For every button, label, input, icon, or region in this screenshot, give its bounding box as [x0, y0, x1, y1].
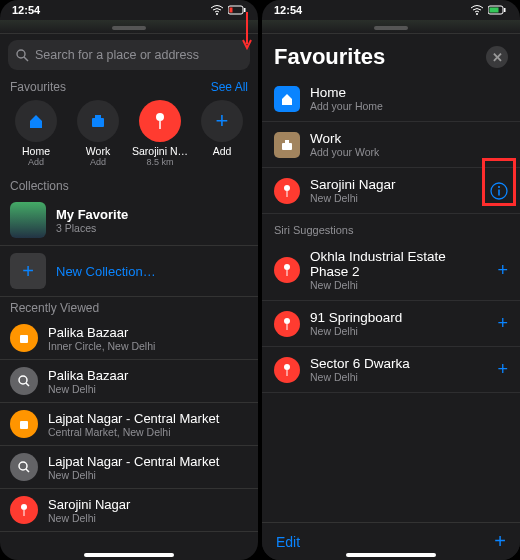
- svg-point-14: [19, 462, 27, 470]
- recent-item[interactable]: Lajpat Nagar - Central MarketCentral Mar…: [0, 403, 258, 446]
- favourite-home-row[interactable]: HomeAdd your Home: [262, 76, 520, 122]
- fav-home[interactable]: Home Add: [6, 100, 66, 167]
- search-placeholder: Search for a place or address: [35, 48, 199, 62]
- siri-suggestion-row[interactable]: 91 SpringboardNew Delhi +: [262, 301, 520, 347]
- status-right: [470, 5, 508, 15]
- svg-rect-22: [282, 143, 292, 150]
- home-indicator: [346, 553, 436, 557]
- svg-point-18: [476, 13, 478, 15]
- clock: 12:54: [274, 4, 302, 16]
- svg-point-31: [284, 318, 290, 324]
- recent-item[interactable]: Palika BazaarNew Delhi: [0, 360, 258, 403]
- status-bar: 12:54: [262, 0, 520, 20]
- pin-icon: [274, 311, 300, 337]
- add-favourite-button[interactable]: +: [494, 530, 506, 553]
- siri-suggestions-heading: Siri Suggestions: [262, 214, 520, 240]
- pin-icon: [155, 112, 165, 130]
- svg-rect-7: [95, 115, 101, 118]
- status-bar: 12:54: [0, 0, 258, 20]
- svg-line-12: [26, 383, 29, 386]
- favourites-panel-screen: 12:54 Favourites ✕ HomeAdd your Home Wor…: [262, 0, 520, 560]
- recent-item[interactable]: Palika BazaarInner Circle, New Delhi: [0, 317, 258, 360]
- svg-point-11: [19, 376, 27, 384]
- add-suggestion-button[interactable]: +: [497, 359, 508, 380]
- svg-point-24: [284, 185, 290, 191]
- siri-suggestion-row[interactable]: Sector 6 DwarkaNew Delhi +: [262, 347, 520, 393]
- recent-item[interactable]: Lajpat Nagar - Central MarketNew Delhi: [0, 446, 258, 489]
- svg-line-15: [26, 469, 29, 472]
- annotation-highlight: [482, 158, 516, 206]
- magnifier-icon: [16, 49, 29, 62]
- search-input[interactable]: Search for a place or address: [8, 40, 250, 70]
- edit-button[interactable]: Edit: [276, 534, 300, 550]
- svg-point-0: [216, 13, 218, 15]
- svg-line-5: [24, 57, 28, 61]
- home-indicator: [84, 553, 174, 557]
- svg-rect-20: [490, 8, 499, 13]
- collection-my-favorite[interactable]: My Favorite3 Places: [0, 195, 258, 246]
- svg-point-16: [21, 504, 27, 510]
- recent-item[interactable]: Sarojini NagarNew Delhi: [0, 489, 258, 532]
- add-suggestion-button[interactable]: +: [497, 313, 508, 334]
- collections-heading: Collections: [10, 179, 69, 193]
- maps-home-screen: 12:54 Search for a place or address Favo…: [0, 0, 258, 560]
- briefcase-icon: [89, 112, 107, 130]
- pin-icon: [274, 257, 300, 283]
- wifi-icon: [210, 5, 224, 15]
- see-all-link[interactable]: See All: [211, 80, 248, 94]
- map-peek: [262, 20, 520, 34]
- home-icon: [274, 86, 300, 112]
- home-icon: [27, 112, 45, 130]
- shopping-icon: [10, 324, 38, 352]
- svg-point-4: [17, 50, 25, 58]
- pin-icon: [274, 178, 300, 204]
- svg-point-33: [284, 364, 290, 370]
- plus-tile: +: [10, 253, 46, 289]
- clock: 12:54: [12, 4, 40, 16]
- favourites-heading: Favourites: [10, 80, 66, 94]
- pin-icon: [10, 496, 38, 524]
- wifi-icon: [470, 5, 484, 15]
- plus-icon: +: [216, 108, 229, 134]
- close-button[interactable]: ✕: [486, 46, 508, 68]
- siri-suggestion-row[interactable]: Okhla Industrial Estate Phase 2New Delhi…: [262, 240, 520, 301]
- recently-viewed-heading: Recently Viewed: [10, 301, 99, 315]
- svg-rect-10: [20, 335, 28, 343]
- svg-rect-6: [92, 118, 104, 127]
- pin-icon: [274, 357, 300, 383]
- svg-rect-2: [230, 8, 233, 13]
- status-right: [210, 5, 246, 15]
- svg-rect-21: [504, 8, 506, 12]
- svg-point-8: [156, 113, 164, 121]
- svg-rect-13: [20, 421, 28, 429]
- battery-charging-icon: [488, 5, 508, 15]
- svg-rect-23: [285, 140, 289, 143]
- new-collection-button[interactable]: + New Collection…: [0, 246, 258, 297]
- fav-sarojini[interactable]: Sarojini N… 8.5 km: [130, 100, 190, 167]
- search-result-icon: [10, 367, 38, 395]
- add-suggestion-button[interactable]: +: [497, 260, 508, 281]
- annotation-arrow: [242, 12, 252, 52]
- shopping-icon: [10, 410, 38, 438]
- search-result-icon: [10, 453, 38, 481]
- map-peek: [0, 20, 258, 34]
- favourites-shortcut-row: Home Add Work Add Sarojini N… 8.5 km + A…: [0, 96, 258, 175]
- fav-add[interactable]: + Add: [192, 100, 252, 167]
- collection-thumb: [10, 202, 46, 238]
- fav-work[interactable]: Work Add: [68, 100, 128, 167]
- panel-title: Favourites: [274, 44, 385, 70]
- svg-point-29: [284, 264, 290, 270]
- briefcase-icon: [274, 132, 300, 158]
